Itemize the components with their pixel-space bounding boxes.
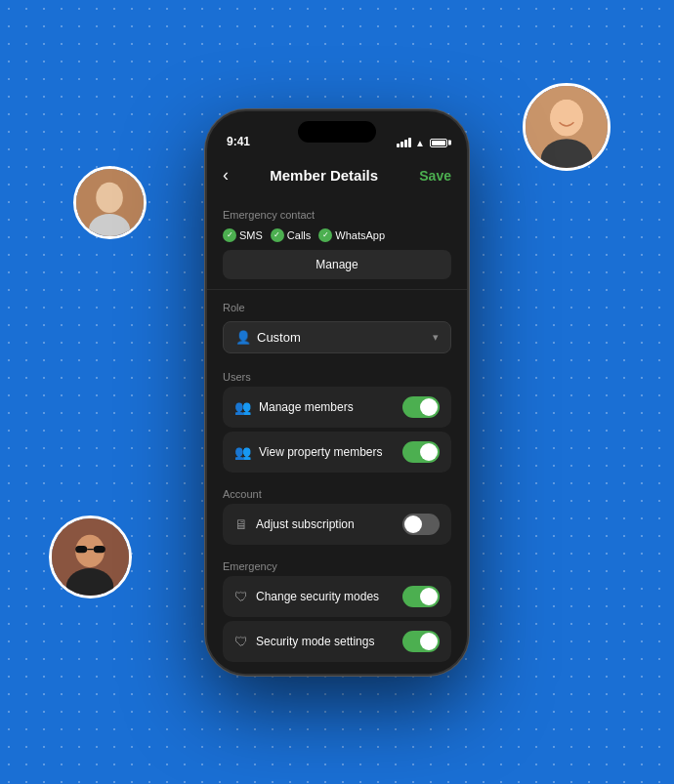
adjust-subscription-label: Adjust subscription xyxy=(256,517,355,531)
svg-point-3 xyxy=(550,100,583,136)
role-section: Role 👤 Custom ▾ xyxy=(207,290,467,363)
role-icon: 👤 xyxy=(235,330,251,345)
wifi-icon: ▲ xyxy=(415,138,425,148)
account-section-label: Account xyxy=(223,488,451,500)
avatar-face-young xyxy=(526,86,608,168)
sms-badge: ✓ SMS xyxy=(223,228,263,242)
security-settings-icon: 🛡 xyxy=(234,634,248,649)
avatar-face-old xyxy=(76,169,144,236)
view-property-members-row: 👥 View property members xyxy=(223,432,451,473)
adjust-subscription-toggle[interactable] xyxy=(402,514,440,535)
battery-icon xyxy=(430,139,447,147)
role-dropdown[interactable]: 👤 Custom ▾ xyxy=(223,321,451,353)
manage-button[interactable]: Manage xyxy=(223,250,451,279)
users-section: Users 👥 Manage members 👥 View property m… xyxy=(207,363,467,480)
manage-members-toggle[interactable] xyxy=(402,396,440,418)
users-section-label: Users xyxy=(223,371,451,383)
svg-rect-10 xyxy=(75,546,87,553)
page-title: Member Details xyxy=(270,167,378,184)
view-members-label: View property members xyxy=(259,445,383,459)
dynamic-island xyxy=(298,121,376,143)
avatar-bottom-left xyxy=(49,516,132,598)
change-security-label: Change security modes xyxy=(256,590,379,603)
view-members-toggle[interactable] xyxy=(402,441,440,463)
calls-label: Calls xyxy=(287,229,311,241)
account-section: Account 🖥 Adjust subscription xyxy=(207,480,467,553)
content-area: Emergency contact ✓ SMS ✓ Calls ✓ WhatsA… xyxy=(207,197,467,674)
status-icons: ▲ xyxy=(397,138,447,148)
adjust-subscription-icon: 🖥 xyxy=(234,516,248,532)
change-security-icon: 🛡 xyxy=(234,589,248,604)
chevron-down-icon: ▾ xyxy=(433,331,439,344)
role-value: Custom xyxy=(257,330,301,345)
save-button[interactable]: Save xyxy=(419,168,451,184)
sms-label: SMS xyxy=(239,229,263,241)
emergency-section: Emergency 🛡 Change security modes 🛡 Secu… xyxy=(207,553,467,670)
emergency-badges: ✓ SMS ✓ Calls ✓ WhatsApp xyxy=(223,228,451,242)
calls-badge: ✓ Calls xyxy=(271,228,311,242)
svg-rect-11 xyxy=(94,546,105,553)
svg-point-5 xyxy=(96,183,123,213)
manage-members-icon: 👥 xyxy=(234,399,251,415)
calls-check-icon: ✓ xyxy=(271,228,284,242)
role-label: Role xyxy=(223,302,451,313)
whatsapp-check-icon: ✓ xyxy=(318,228,332,242)
signal-icon xyxy=(397,138,411,147)
change-security-modes-row: 🛡 Change security modes xyxy=(223,576,451,617)
emergency-section-label: Emergency xyxy=(223,560,451,572)
nav-bar: ‹ Member Details Save xyxy=(207,154,467,197)
emergency-contact-section: Emergency contact ✓ SMS ✓ Calls ✓ WhatsA… xyxy=(207,197,467,290)
security-settings-toggle[interactable] xyxy=(402,631,440,652)
emergency-label: Emergency contact xyxy=(223,209,451,221)
whatsapp-badge: ✓ WhatsApp xyxy=(318,228,385,242)
manage-members-label: Manage members xyxy=(259,400,354,414)
back-button[interactable]: ‹ xyxy=(223,165,229,186)
sms-check-icon: ✓ xyxy=(223,228,236,242)
avatar-top-right xyxy=(523,83,611,171)
security-settings-label: Security mode settings xyxy=(256,635,374,648)
whatsapp-label: WhatsApp xyxy=(335,229,385,241)
phone-shell: 9:41 ▲ ‹ Member Details Save Emergency c… xyxy=(205,109,469,676)
security-mode-settings-row: 🛡 Security mode settings xyxy=(223,621,451,662)
manage-members-row: 👥 Manage members xyxy=(223,387,451,428)
avatar-face-woman xyxy=(52,518,129,596)
adjust-subscription-row: 🖥 Adjust subscription xyxy=(223,504,451,545)
view-members-icon: 👥 xyxy=(234,444,251,460)
change-security-toggle[interactable] xyxy=(402,586,440,607)
avatar-top-left xyxy=(73,166,147,239)
status-time: 9:41 xyxy=(227,135,250,148)
